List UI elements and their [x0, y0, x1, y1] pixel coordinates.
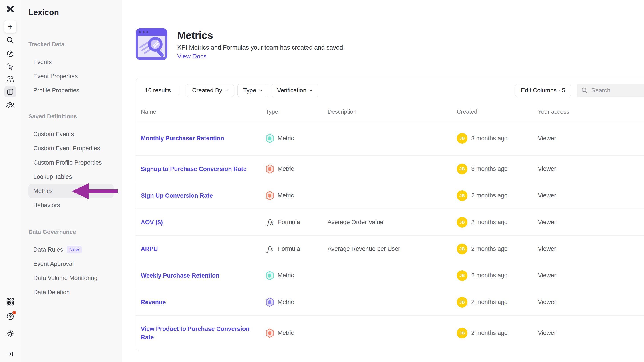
- view-docs-link[interactable]: View Docs: [177, 53, 206, 60]
- type-label: Metric: [278, 272, 294, 279]
- avatar: JB: [457, 133, 468, 144]
- sidebar-item-data-rules[interactable]: Data Rules New: [28, 242, 114, 257]
- rail-item-mixpanel-logo[interactable]: [0, 4, 20, 14]
- chevron-down-icon: [309, 89, 313, 92]
- metric-name-link[interactable]: Weekly Purchase Retention: [141, 272, 220, 279]
- browser-window-chrome: [136, 28, 168, 36]
- edit-columns-button[interactable]: Edit Columns · 5: [515, 84, 571, 97]
- created-cell: JB 2 months ago: [457, 217, 538, 228]
- search-icon: [6, 36, 14, 44]
- created-cell: JB 2 months ago: [457, 190, 538, 201]
- sidebar-title: Lexicon: [28, 7, 122, 17]
- sidebar-item-event-properties[interactable]: Event Properties: [28, 69, 114, 83]
- metric-name-link[interactable]: ARPU: [141, 246, 158, 252]
- metric-name-link[interactable]: Revenue: [141, 299, 166, 306]
- created-label: 2 months ago: [471, 272, 508, 279]
- sidebar-item-custom-events[interactable]: Custom Events: [28, 127, 114, 141]
- lexicon-sidebar: Lexicon Tracked Data Events Event Proper…: [20, 0, 122, 362]
- magnifier-illustration: [138, 36, 165, 57]
- table-header-row: Name Type Description Created Your acces…: [136, 103, 644, 121]
- metric-name-link[interactable]: AOV ($): [141, 219, 163, 226]
- filter-created-by-button[interactable]: Created By: [186, 84, 234, 97]
- sidebar-item-data-volume-monitoring[interactable]: Data Volume Monitoring: [28, 271, 114, 285]
- description-cell: Average Revenue per User: [328, 245, 457, 252]
- page-description: KPI Metrics and Formulas your team has c…: [177, 44, 345, 51]
- rail-item-search[interactable]: [0, 36, 20, 44]
- users-icon: [6, 75, 14, 83]
- sidebar-item-profile-properties[interactable]: Profile Properties: [28, 83, 114, 98]
- metrics-page-icon: [136, 28, 168, 60]
- metric-name-link[interactable]: Monthly Purchaser Retention: [141, 135, 224, 142]
- filter-verification-button[interactable]: Verification: [272, 84, 318, 97]
- metric-name-link[interactable]: View Product to Purchase Conversion Rate: [141, 326, 250, 341]
- search-input[interactable]: [591, 87, 640, 94]
- table-row[interactable]: Sign Up Conversion Rate Metric JB 2 mont…: [136, 182, 644, 209]
- metric-name-link[interactable]: Sign Up Conversion Rate: [141, 192, 213, 199]
- table-row[interactable]: Revenue Metric JB 2 months ago Viewer: [136, 289, 644, 315]
- rail-item-explore[interactable]: [0, 50, 20, 58]
- page-header: Metrics KPI Metrics and Formulas your te…: [122, 0, 644, 60]
- rail-item-apps-grid[interactable]: [0, 298, 20, 306]
- rail-item-help[interactable]: [0, 312, 20, 321]
- rail-item-boards[interactable]: [0, 86, 20, 98]
- name-cell: Weekly Purchase Retention: [141, 271, 266, 280]
- rail-divider: [0, 346, 20, 346]
- boards-icon: [4, 86, 16, 98]
- name-cell: ARPU: [141, 245, 266, 253]
- sidebar-item-custom-profile-properties[interactable]: Custom Profile Properties: [28, 156, 114, 170]
- metric-name-link[interactable]: Signup to Purchase Conversion Rate: [141, 166, 246, 172]
- name-cell: View Product to Purchase Conversion Rate: [141, 325, 266, 342]
- sidebar-item-custom-event-properties[interactable]: Custom Event Properties: [28, 141, 114, 156]
- created-label: 3 months ago: [471, 135, 508, 142]
- access-cell: Viewer: [538, 219, 644, 226]
- rail-item-sign-out[interactable]: [0, 350, 20, 358]
- sidebar-item-metrics[interactable]: Metrics: [28, 184, 114, 198]
- table-row[interactable]: ARPU ƒx Formula Average Revenue per User…: [136, 235, 644, 262]
- rail-item-events-cursor[interactable]: [0, 62, 20, 70]
- help-icon: [6, 312, 14, 321]
- formula-icon: ƒx: [266, 245, 274, 253]
- table-row[interactable]: Signup to Purchase Conversion Rate Metri…: [136, 156, 644, 182]
- table-row[interactable]: Weekly Purchase Retention Metric JB 2 mo…: [136, 262, 644, 289]
- created-cell: JB 2 months ago: [457, 244, 538, 254]
- chevron-down-icon: [225, 89, 228, 92]
- sidebar-item-events[interactable]: Events: [28, 55, 114, 69]
- sidebar-section-heading: Tracked Data: [28, 41, 122, 48]
- filter-type-button[interactable]: Type: [238, 84, 268, 97]
- events-cursor-icon: [6, 62, 14, 70]
- type-cell: Metric: [266, 298, 328, 307]
- name-cell: Revenue: [141, 298, 266, 307]
- metric-hexagon-icon: [266, 134, 274, 143]
- sidebar-item-behaviors[interactable]: Behaviors: [28, 198, 114, 212]
- sidebar-section: Tracked Data Events Event Properties Pro…: [28, 41, 122, 98]
- column-header-type: Type: [266, 108, 328, 115]
- avatar: JB: [457, 217, 468, 228]
- type-label: Metric: [278, 135, 294, 142]
- metric-hexagon-icon: [266, 298, 274, 307]
- table-row[interactable]: AOV ($) ƒx Formula Average Order Value J…: [136, 209, 644, 235]
- type-cell: ƒx Formula: [266, 245, 328, 253]
- created-label: 2 months ago: [471, 192, 508, 199]
- sidebar-item-lookup-tables[interactable]: Lookup Tables: [28, 170, 114, 184]
- column-header-access: Your access: [538, 108, 644, 115]
- search-box[interactable]: [576, 84, 644, 97]
- table-row[interactable]: View Product to Purchase Conversion Rate…: [136, 315, 644, 351]
- description-cell: Average Order Value: [328, 219, 457, 226]
- mixpanel-logo-icon: [6, 4, 15, 14]
- results-count: 16 results: [145, 87, 171, 94]
- rail-item-community[interactable]: [0, 101, 20, 109]
- metric-hexagon-icon: [266, 329, 274, 338]
- type-cell: ƒx Formula: [266, 218, 328, 226]
- sidebar-item-data-deletion[interactable]: Data Deletion: [28, 285, 114, 299]
- page-title: Metrics: [177, 29, 345, 41]
- rail-item-users[interactable]: [0, 75, 20, 83]
- rail-item-settings[interactable]: [0, 330, 20, 338]
- name-cell: AOV ($): [141, 218, 266, 226]
- access-cell: Viewer: [538, 272, 644, 279]
- access-cell: Viewer: [538, 245, 644, 252]
- type-label: Metric: [278, 299, 294, 306]
- table-row[interactable]: Monthly Purchaser Retention Metric JB 3 …: [136, 121, 644, 156]
- sidebar-item-event-approval[interactable]: Event Approval: [28, 257, 114, 271]
- sidebar-section: Saved Definitions Custom Events Custom E…: [28, 113, 122, 212]
- rail-item-create[interactable]: +: [0, 20, 20, 33]
